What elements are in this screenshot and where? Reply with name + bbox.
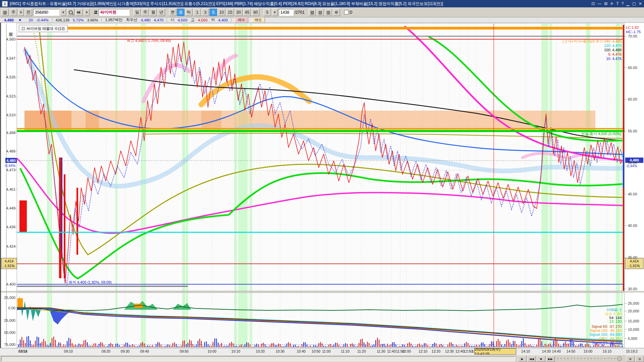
volume-bar (214, 338, 215, 347)
volume-bar (286, 343, 287, 347)
sub-axis-label: 25,000 (4, 318, 15, 322)
volume-bar (459, 346, 460, 347)
indicator-tab-label: 싸이버원 매물대 수(13) (26, 26, 65, 31)
time-label: 09:30 (121, 349, 129, 353)
volume-bar (404, 345, 405, 347)
volume-bar (565, 342, 566, 347)
price-axis-label: 4,473 (6, 168, 15, 172)
volume-bar (198, 341, 198, 347)
time-label: 15:00 (584, 349, 592, 353)
volume-bar (389, 345, 389, 347)
volume-bar (374, 345, 374, 347)
volume-bar (456, 345, 457, 347)
sub-axis-label: 0.00 (8, 306, 15, 310)
ma-legend-label: 100: 4,488 (604, 48, 622, 52)
volume-bar (587, 343, 587, 347)
candle-block (59, 158, 61, 278)
volume-bar (70, 339, 71, 347)
volume-bar (370, 346, 371, 347)
volume-bar (439, 345, 440, 347)
rewind-button[interactable]: ◀◀ (527, 356, 536, 362)
volume-bar (375, 340, 376, 347)
indicator-legend-label: OBV: -84,952 (599, 337, 622, 341)
time-label: 11:00 (322, 349, 331, 353)
volume-bar (194, 346, 195, 347)
volume-bar (469, 345, 470, 347)
volume-bar (157, 342, 158, 347)
grid-toggle-icon[interactable]: ▦ (9, 32, 13, 37)
volume-bar (196, 345, 197, 347)
volume-bar (171, 346, 171, 347)
time-label: 11:40 (387, 349, 396, 353)
volume-bar (310, 346, 311, 347)
volume-bar (218, 343, 218, 347)
volume-bar (323, 346, 324, 347)
time-label: 12:20 (432, 349, 440, 353)
volume-bar (176, 344, 176, 347)
volume-bar (248, 343, 249, 347)
volume-bar (219, 345, 220, 347)
volume-bar (362, 339, 363, 347)
volume-surge-stripe (250, 23, 252, 291)
volume-bar (104, 345, 104, 347)
volume-bar (208, 344, 208, 347)
volume-bar (233, 343, 233, 347)
zoom-out-button[interactable]: ⊖ (635, 356, 644, 362)
volume-bar (187, 343, 188, 347)
volume-bar (72, 343, 72, 347)
volume-bar (555, 338, 555, 347)
zoom-slider[interactable] (554, 358, 621, 359)
volume-bar (278, 344, 279, 347)
volume-bar (307, 344, 307, 347)
volume-bar (518, 346, 519, 347)
volume-bar (313, 345, 314, 347)
volume-bar (427, 345, 428, 347)
volume-surge-stripe (234, 23, 237, 291)
level-line (17, 263, 625, 264)
price-axis-label: 4,486 (6, 149, 15, 153)
volume-surge-stripe (182, 23, 185, 291)
volume-bar (400, 346, 401, 347)
volume-bar (127, 343, 128, 347)
play-button[interactable]: ▶ (518, 356, 527, 362)
scrollbar-track[interactable] (1, 356, 515, 361)
volume-bar (63, 344, 64, 347)
chart-canvas[interactable]: 4,5604,5474,5354,5234,5104,4984,4864,473… (0, 0, 644, 362)
crosshair-datetime-box: 2025/03/19(수) 13:43:25 (474, 348, 516, 355)
volume-bar (395, 344, 396, 347)
volume-bar (48, 346, 49, 347)
volume-bar (144, 344, 145, 347)
volume-surge-stripe (621, 23, 623, 291)
volume-bar (521, 341, 522, 347)
volume-bar (540, 338, 540, 347)
volume-bar (411, 344, 411, 347)
volume-bar (481, 343, 482, 347)
volume-bar (473, 346, 473, 347)
volume-bar (204, 342, 205, 347)
volume-bar (285, 346, 285, 347)
zoom-in-button[interactable]: ⊕ (626, 356, 635, 362)
indicator-tab[interactable]: 싸이버원 매물대 수(13) (19, 25, 68, 32)
forward-button[interactable]: ▶▶ (546, 356, 555, 362)
time-label: 12:50 (464, 349, 473, 353)
volume-bar (261, 344, 262, 347)
volume-bar (226, 346, 227, 347)
volume-bar (77, 346, 77, 347)
ratio-axis-label: 70.00 (628, 34, 637, 38)
stop-button[interactable]: ■ (537, 356, 545, 362)
zoom-slider-thumb[interactable] (617, 356, 622, 361)
volume-bar (92, 346, 93, 347)
volume-bar (585, 344, 586, 347)
volume-bar (605, 346, 606, 347)
volume-bar (449, 343, 450, 347)
current-price-pct: -0,44% (4, 164, 15, 168)
volume-bar (582, 344, 582, 347)
time-label: 09:50 (180, 349, 189, 353)
volume-bar (496, 341, 497, 347)
volume-bar (58, 342, 59, 347)
time-label: 12:30 (445, 349, 454, 353)
indicator-legend-label: 거래량: 1 (606, 308, 622, 312)
volume-bar (141, 343, 141, 347)
indicator-legend-label: 단순 3: 84 (605, 312, 622, 316)
volume-bar (385, 346, 386, 347)
